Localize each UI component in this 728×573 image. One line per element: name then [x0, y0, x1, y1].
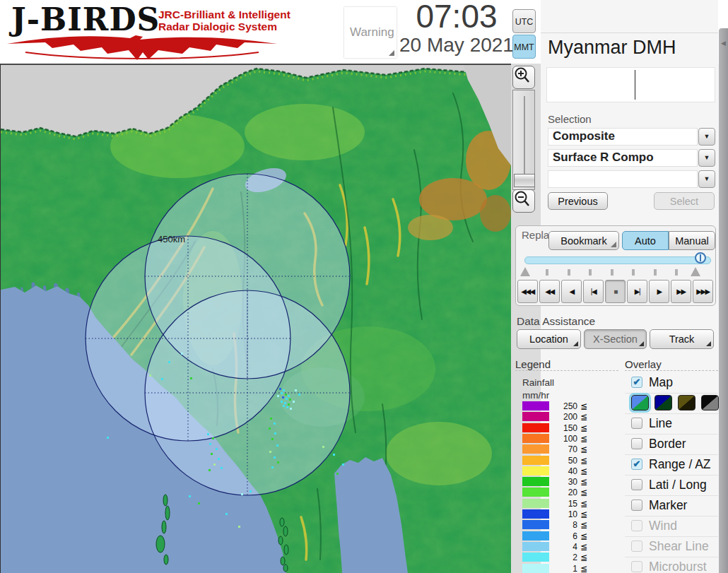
- replay-range-start-marker[interactable]: [520, 267, 530, 276]
- overlay-row-shear-line: Shear Line: [625, 536, 718, 557]
- map-checkbox[interactable]: ✔: [631, 377, 642, 388]
- radar-echo: [149, 374, 151, 377]
- legend-value: 150: [549, 423, 577, 433]
- forward-fast-button[interactable]: ▶▶▶: [693, 280, 713, 303]
- timezone-utc-button[interactable]: UTC: [512, 9, 536, 33]
- radar-echo: [168, 361, 170, 363]
- map-style-row: [625, 393, 718, 414]
- rewind-fast-button[interactable]: ◀◀◀: [517, 280, 538, 303]
- assist-button-label: X-Section: [593, 333, 638, 345]
- legend-row: 6≦: [515, 531, 618, 541]
- legend-color-swatch: [522, 423, 549, 432]
- radar-map[interactable]: 450km: [0, 64, 511, 573]
- map-style-swatch-3[interactable]: [678, 395, 695, 410]
- map-style-swatch-2[interactable]: [654, 395, 672, 410]
- map-zoom-slider-thumb[interactable]: [514, 174, 535, 187]
- selection-dropdown-2[interactable]: Surface R Compo: [548, 149, 698, 167]
- play-button[interactable]: ▶: [649, 280, 669, 303]
- lte-symbol: ≦: [580, 456, 587, 466]
- legend-value: 20: [549, 488, 577, 497]
- radar-echo: [336, 473, 339, 475]
- dropdown-corner-icon: [389, 50, 394, 56]
- map-zoom-out-button[interactable]: [512, 189, 535, 213]
- legend-value: 8: [549, 520, 577, 530]
- previous-button[interactable]: Previous: [548, 192, 608, 210]
- replay-tick: [654, 269, 657, 276]
- border-checkbox[interactable]: [631, 438, 642, 449]
- range-distance-label: 450km: [158, 234, 185, 244]
- legend-color-swatch: [522, 531, 549, 540]
- radar-echo: [288, 395, 290, 397]
- warning-label: Warning: [350, 25, 394, 40]
- replay-tick: [568, 269, 570, 276]
- legend-color-swatch: [522, 488, 549, 497]
- stop-button[interactable]: ■: [605, 280, 626, 303]
- radar-echo: [276, 444, 278, 447]
- track-button[interactable]: Track: [650, 329, 714, 349]
- select-button[interactable]: Select: [654, 192, 715, 210]
- forward-button[interactable]: ▶▶: [671, 280, 691, 303]
- legend-row: 30≦: [515, 476, 618, 487]
- radar-echo: [189, 495, 191, 497]
- map-style-swatch-1[interactable]: [631, 395, 649, 410]
- lte-symbol: ≦: [580, 466, 587, 476]
- replay-range-end-marker[interactable]: [691, 267, 700, 276]
- legend-row: 8≦: [515, 519, 618, 530]
- panel-collapse-icon[interactable]: ◀: [719, 34, 728, 52]
- overlay-item-label: Wind: [649, 519, 677, 533]
- panel-splitter[interactable]: [719, 28, 728, 573]
- line-checkbox[interactable]: [631, 418, 642, 429]
- selection-dropdown-3[interactable]: [548, 170, 698, 188]
- radar-echo: [281, 392, 283, 394]
- rewind-button[interactable]: ◀◀: [539, 280, 560, 303]
- warning-dropdown[interactable]: Warning: [344, 7, 397, 58]
- radar-echo: [288, 403, 290, 406]
- map-zoom-in-button[interactable]: [512, 66, 535, 89]
- shear-line-checkbox: [631, 540, 642, 552]
- location-button[interactable]: Location: [517, 329, 581, 349]
- step-back-button[interactable]: |◀: [583, 280, 604, 303]
- radar-echo: [249, 490, 252, 492]
- data-assistance-label: Data Assistance: [517, 315, 595, 328]
- lte-symbol: ≦: [580, 542, 587, 552]
- bookmark-button[interactable]: Bookmark: [548, 231, 619, 250]
- legend-value: 70: [549, 444, 577, 454]
- legend-color-swatch: [522, 412, 549, 421]
- selection-dropdown-1-arrow[interactable]: ▼: [698, 128, 715, 146]
- legend-row: 250≦: [515, 401, 618, 411]
- lte-symbol: ≦: [580, 434, 587, 444]
- map-style-swatch-4[interactable]: [701, 395, 719, 410]
- legend-row: 150≦: [515, 423, 618, 433]
- marker-checkbox[interactable]: [631, 500, 642, 511]
- radar-echo: [284, 402, 286, 404]
- radar-echo: [277, 395, 279, 397]
- overlay-item-label: Microburst: [649, 560, 707, 573]
- legend-color-swatch: [522, 499, 549, 508]
- overlay-item-label: Marker: [649, 498, 687, 513]
- radar-echo: [333, 454, 335, 456]
- x-section-button[interactable]: X-Section: [584, 329, 647, 349]
- step-forward-button[interactable]: ▶|: [627, 280, 647, 303]
- replay-slider-track[interactable]: [524, 256, 711, 264]
- legend-value: 10: [549, 509, 577, 519]
- overlay-row-wind: Wind: [625, 516, 718, 537]
- play-reverse-button[interactable]: ◀: [561, 280, 582, 303]
- replay-auto-button[interactable]: Auto: [622, 231, 669, 250]
- range-az-checkbox[interactable]: ✔: [631, 459, 642, 470]
- radar-echo: [107, 437, 109, 439]
- lati-long-checkbox[interactable]: [631, 479, 642, 490]
- selection-dropdown-3-arrow[interactable]: ▼: [698, 170, 715, 188]
- radar-echo: [241, 493, 243, 495]
- map-zoom-slider[interactable]: [512, 90, 535, 190]
- replay-slider-thumb[interactable]: [695, 252, 706, 264]
- radar-echo: [298, 394, 300, 396]
- timezone-mmt-button[interactable]: MMT: [512, 35, 536, 59]
- selection-dropdown-1[interactable]: Composite: [548, 128, 698, 146]
- legend-value: 50: [549, 456, 577, 466]
- selection-dropdown-2-arrow[interactable]: ▼: [698, 149, 715, 167]
- overlay-row-range-az: ✔Range / AZ: [625, 454, 718, 475]
- overlay-item-label: Range / AZ: [649, 457, 711, 472]
- replay-manual-button[interactable]: Manual: [669, 231, 715, 250]
- overlay-item-label: Shear Line: [649, 539, 709, 554]
- legend-color-swatch: [522, 477, 549, 486]
